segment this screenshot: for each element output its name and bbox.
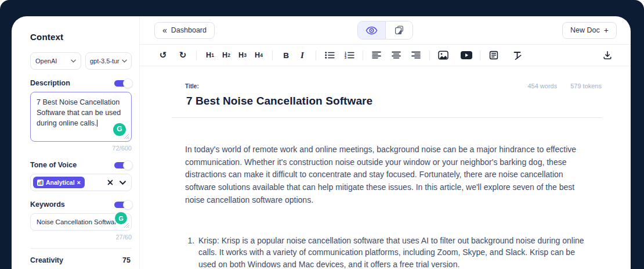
align-center-icon [392, 51, 401, 59]
pages-button[interactable] [385, 21, 413, 39]
insert-video-button[interactable] [458, 48, 475, 63]
model-value: gpt-3.5-turbo [90, 58, 120, 64]
chevron-down-icon [122, 59, 127, 63]
bullet-list-icon [325, 51, 335, 59]
keywords-text: Noise Cancellation Software [37, 218, 120, 225]
back-chevrons-icon: « [162, 26, 167, 35]
image-icon [438, 51, 448, 60]
toolbar-divider [480, 51, 480, 60]
new-doc-button[interactable]: New Doc + [562, 22, 617, 39]
resize-handle-icon[interactable] [124, 223, 129, 228]
clear-formatting-icon [512, 51, 522, 60]
chevron-down-icon[interactable] [120, 181, 126, 185]
pages-icon [395, 26, 404, 35]
ordered-list-button[interactable]: 123 [341, 48, 357, 63]
undo-button[interactable]: ↺ [155, 48, 171, 63]
description-label: Description [30, 79, 70, 87]
align-center-button[interactable] [388, 48, 404, 63]
editor-topbar: « Dashboard New Doc + [140, 16, 631, 45]
description-counter: 72/600 [30, 145, 132, 152]
insert-image-button[interactable] [435, 48, 451, 63]
redo-icon: ↻ [179, 50, 187, 60]
ordered-list-icon: 123 [345, 51, 354, 59]
align-right-button[interactable] [408, 48, 424, 63]
document-title[interactable]: 7 Best Noise Cancellation Software [186, 95, 602, 107]
template-doc-button[interactable] [486, 48, 502, 63]
plus-icon: + [604, 26, 609, 35]
dashboard-button-label: Dashboard [171, 26, 207, 34]
heading1-button[interactable]: H1 [202, 48, 218, 63]
description-textarea[interactable]: 7 Best Noise Cancellation Software that … [30, 92, 132, 142]
provider-select[interactable]: OpenAI [30, 52, 81, 70]
download-button[interactable] [599, 48, 616, 63]
sidebar-divider [30, 248, 132, 249]
toggle-knob [123, 160, 133, 170]
keywords-toggle[interactable] [114, 202, 131, 208]
italic-button[interactable]: I [294, 48, 310, 63]
align-right-icon [411, 51, 421, 59]
description-text: 7 Best Noise Cancellation Software that … [37, 98, 121, 127]
tone-chip[interactable]: Analytical × [33, 177, 85, 188]
token-count: 579 tokens [570, 83, 602, 89]
tone-chip-label: Analytical [46, 179, 75, 186]
svg-text:3: 3 [345, 56, 346, 59]
title-label: Title: [185, 83, 199, 89]
toolbar-divider [363, 51, 363, 60]
view-mode-toggle [357, 21, 413, 40]
creativity-label: Creativity [30, 256, 63, 264]
text-cursor [97, 120, 97, 127]
new-doc-label: New Doc [570, 26, 600, 34]
download-icon [603, 51, 612, 60]
tone-select[interactable]: Analytical × [30, 174, 132, 191]
bar-chart-icon [37, 180, 44, 186]
tone-label: Tone of Voice [30, 161, 77, 169]
toolbar-divider [272, 51, 273, 60]
chip-remove-icon[interactable]: × [77, 179, 81, 186]
keywords-input[interactable]: Noise Cancellation Software G [30, 213, 132, 231]
toggle-knob [123, 78, 133, 88]
heading2-button[interactable]: H2 [218, 48, 234, 63]
app-window: Context OpenAI gpt-3.5-turbo Description… [0, 0, 644, 269]
redo-button[interactable]: ↻ [175, 48, 191, 63]
keywords-counter: 27/60 [30, 234, 132, 241]
editor-panel: « Dashboard New Doc + ↺ [139, 16, 631, 269]
resize-handle-icon[interactable] [124, 134, 129, 139]
clear-all-icon[interactable] [107, 180, 113, 185]
youtube-icon [461, 51, 472, 59]
keywords-label: Keywords [30, 200, 65, 209]
toolbar-divider [316, 51, 316, 60]
list-item[interactable]: Krisp: Krisp is a popular noise cancella… [197, 235, 592, 269]
toolbar-divider [429, 51, 430, 60]
preview-eye-button[interactable] [358, 21, 385, 39]
chevron-down-icon [71, 59, 76, 63]
align-left-button[interactable] [368, 48, 385, 63]
context-sidebar: Context OpenAI gpt-3.5-turbo Description… [12, 16, 139, 269]
tone-toggle[interactable] [114, 162, 131, 168]
heading4-button[interactable]: H4 [251, 48, 267, 63]
creativity-value: 75 [122, 256, 131, 264]
document-area[interactable]: Title: 454 words 579 tokens 7 Best Noise… [140, 66, 631, 269]
provider-value: OpenAI [35, 58, 57, 64]
clear-formatting-button[interactable] [509, 48, 525, 63]
description-toggle[interactable] [114, 80, 131, 87]
document-lines-icon [489, 51, 498, 60]
heading3-button[interactable]: H3 [234, 48, 251, 63]
document-body[interactable]: In today's world of remote work and onli… [185, 144, 602, 269]
model-select[interactable]: gpt-3.5-turbo [85, 52, 132, 70]
toolbar-divider [196, 51, 197, 60]
bold-button[interactable]: B [278, 48, 294, 63]
dashboard-button[interactable]: « Dashboard [154, 22, 215, 39]
sidebar-title: Context [30, 32, 132, 42]
formatting-toolbar: ↺ ↻ H1 H2 H3 H4 B I 123 [140, 45, 631, 66]
undo-icon: ↺ [160, 50, 167, 60]
word-count: 454 words [527, 83, 557, 89]
align-left-icon [372, 51, 381, 59]
app-card: Context OpenAI gpt-3.5-turbo Description… [12, 16, 631, 269]
intro-paragraph[interactable]: In today's world of remote work and onli… [185, 144, 590, 207]
toggle-knob [123, 200, 133, 210]
eye-icon [366, 26, 378, 35]
bullet-list-button[interactable] [321, 48, 338, 63]
title-divider [172, 117, 602, 118]
